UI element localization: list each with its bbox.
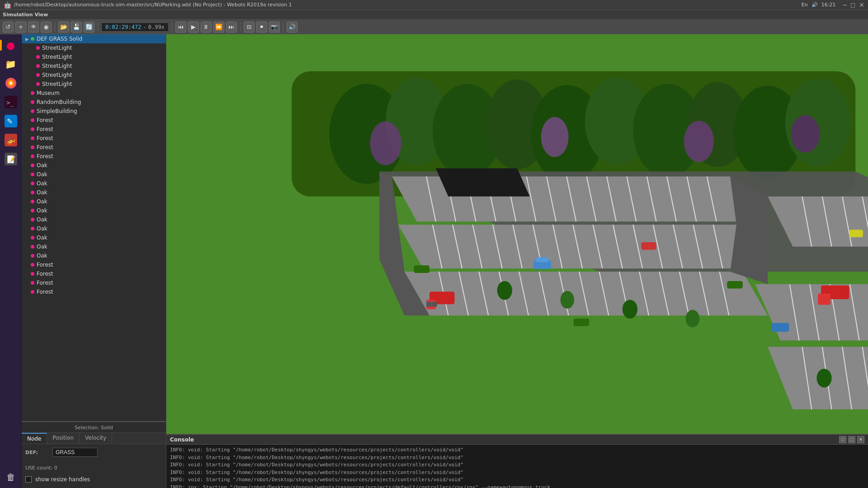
toolbar-separator-2 [98, 23, 98, 32]
tree-item-oak9[interactable]: Oak [22, 233, 166, 242]
scene-tree: ▶DEF GRASS Solid StreetLight StreetLight… [22, 34, 166, 421]
node-dot [31, 164, 34, 167]
tree-item-forest2[interactable]: Forest [22, 125, 166, 134]
view-mode-button[interactable]: ◉ [41, 22, 52, 33]
kbd-layout: En [802, 2, 808, 8]
console-maximize-button[interactable]: □ [848, 436, 855, 443]
tree-item-label: Forest [37, 153, 53, 160]
tree-item-oak3[interactable]: Oak [22, 179, 166, 188]
world-reload-button[interactable]: ↺ [3, 22, 14, 33]
tree-item-sl4[interactable]: StreetLight [22, 70, 166, 80]
def-field-row: DEF: [25, 448, 162, 457]
svg-point-25 [684, 121, 714, 162]
tree-item-forest8[interactable]: Forest [22, 278, 166, 287]
tree-item-oak7[interactable]: Oak [22, 215, 166, 224]
pause-button[interactable]: ⏸ [201, 22, 212, 33]
resize-handles-checkbox[interactable] [25, 476, 32, 483]
svg-rect-120 [426, 302, 431, 307]
menubar: Simulation View [0, 10, 868, 20]
tree-item-forest3[interactable]: Forest [22, 134, 166, 143]
simulation-speed: 0.99x [148, 24, 165, 30]
close-button[interactable]: ✕ [859, 1, 864, 9]
tree-item-oak10[interactable]: Oak [22, 242, 166, 251]
console-body: INFO: void: Starting "/home/robot/Deskto… [166, 445, 868, 488]
layout-button[interactable]: ⊟ [244, 22, 255, 33]
window-title: /home/robot/Desktop/autonomous-truck-sim… [14, 2, 292, 8]
console-expand-button[interactable]: ⬡ [839, 436, 846, 443]
taskbar-ubuntu-icon[interactable]: ● [2, 36, 20, 54]
tab-velocity[interactable]: Velocity [80, 433, 112, 444]
tree-item-forest6[interactable]: Forest [22, 260, 166, 269]
record-button[interactable]: ⚫ [256, 22, 267, 33]
scene-panel: ▶DEF GRASS Solid StreetLight StreetLight… [22, 34, 166, 488]
node-dot [31, 218, 34, 221]
add-node-button[interactable]: + [15, 22, 26, 33]
tree-item-forest4[interactable]: Forest [22, 143, 166, 152]
console-line: INFO: void: Starting "/home/robot/Deskto… [170, 454, 864, 462]
taskbar-terminal-icon[interactable]: >_ [2, 93, 20, 111]
node-dot [31, 109, 34, 113]
taskbar-drone-icon[interactable]: 🚁 [2, 131, 20, 149]
tree-item-sl2[interactable]: StreetLight [22, 52, 166, 61]
fast-forward-button[interactable]: ⏩ [213, 22, 224, 33]
save-button[interactable]: 💾 [71, 22, 82, 33]
tree-item-label: Oak [37, 225, 47, 232]
tree-item-label: Oak [37, 244, 47, 250]
scene-view [166, 34, 868, 434]
tree-item-sl1[interactable]: StreetLight [22, 43, 166, 52]
minimize-button[interactable]: ─ [843, 1, 846, 9]
tree-item-simplebuilding[interactable]: SimpleBuilding [22, 107, 166, 116]
node-dot [31, 209, 34, 212]
tree-item-grass[interactable]: ▶DEF GRASS Solid [22, 34, 166, 43]
time-separator: - [143, 24, 146, 30]
svg-text:📝: 📝 [7, 155, 16, 164]
tree-item-label: Oak [37, 235, 47, 241]
sound-button[interactable]: 🔊 [287, 22, 297, 33]
tree-item-oak6[interactable]: Oak [22, 206, 166, 215]
toolbar-separator-3 [172, 23, 172, 32]
taskbar-vscode-icon[interactable]: ✎ [2, 112, 20, 130]
viewpoint-button[interactable]: 👁 [28, 22, 39, 33]
toolbar-separator-4 [240, 23, 241, 32]
node-dot [31, 236, 34, 239]
fast-forward2-button[interactable]: ⏭ [226, 22, 237, 33]
tree-item-oak2[interactable]: Oak [22, 170, 166, 179]
tree-item-forest7[interactable]: Forest [22, 269, 166, 278]
tab-node[interactable]: Node [22, 433, 47, 444]
tab-position[interactable]: Position [47, 433, 80, 444]
selection-label: Selection: Solid [22, 424, 166, 433]
main-area: ● 📁 >_ ✎ [0, 34, 868, 488]
tree-item-oak4[interactable]: Oak [22, 188, 166, 197]
rewind-button[interactable]: ⏮ [175, 22, 186, 33]
tree-item-label: StreetLight [42, 63, 72, 69]
tree-item-forest1[interactable]: Forest [22, 116, 166, 125]
reload-button[interactable]: 🔄 [84, 22, 94, 33]
tree-item-sl5[interactable]: StreetLight [22, 80, 166, 89]
svg-text:>_: >_ [6, 99, 14, 107]
taskbar-editor-icon[interactable]: 📝 [2, 150, 20, 168]
open-button[interactable]: 📂 [58, 22, 69, 33]
tree-item-oak8[interactable]: Oak [22, 224, 166, 233]
taskbar-trash-icon[interactable]: 🗑 [2, 468, 20, 486]
tree-item-forest5[interactable]: Forest [22, 152, 166, 161]
time-display: 0:02:29:472 - 0.99x [101, 23, 169, 32]
tree-item-randbuilding[interactable]: RandomBuilding [22, 98, 166, 107]
tree-item-sl3[interactable]: StreetLight [22, 61, 166, 70]
tree-item-label: RandomBuilding [37, 99, 81, 105]
tree-item-forest9[interactable]: Forest [22, 287, 166, 296]
console-close-button[interactable]: ✕ [857, 436, 864, 443]
tree-item-oak1[interactable]: Oak [22, 161, 166, 170]
tree-item-label: Oak [37, 216, 47, 223]
tree-item-museum[interactable]: Museum [22, 89, 166, 98]
taskbar-firefox-icon[interactable] [2, 74, 20, 92]
maximize-button[interactable]: □ [850, 2, 855, 8]
taskbar-files-icon[interactable]: 📁 [2, 55, 20, 73]
svg-rect-121 [432, 302, 437, 307]
tree-item-oak11[interactable]: Oak [22, 251, 166, 260]
screenshot-button[interactable]: 📷 [269, 22, 280, 33]
tree-item-oak5[interactable]: Oak [22, 197, 166, 206]
viewport[interactable] [166, 34, 868, 434]
play-button[interactable]: ▶ [188, 22, 199, 33]
svg-marker-44 [398, 225, 762, 268]
def-input[interactable] [52, 448, 98, 457]
